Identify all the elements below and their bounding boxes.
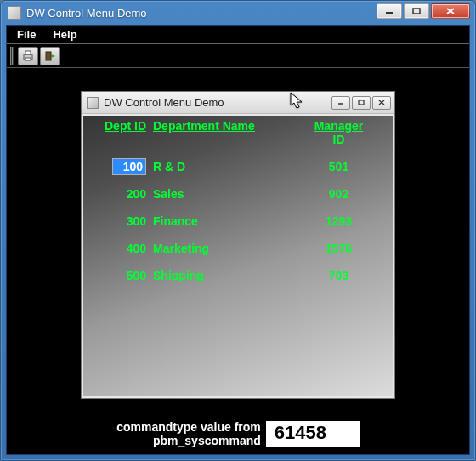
main-window: DW Control Menu Demo File Help DW Co	[0, 0, 476, 461]
datawindow-header: Dept ID Department Name Manager ID	[92, 119, 384, 146]
col-header-mgr-l2: ID	[333, 133, 345, 146]
svg-rect-1	[413, 9, 420, 14]
svg-marker-8	[51, 54, 55, 58]
child-window-title: DW Control Menu Demo	[104, 96, 332, 109]
col-header-mgr: Manager ID	[293, 119, 384, 146]
window-title: DW Control Menu Demo	[26, 7, 377, 20]
cell-name[interactable]: Sales	[153, 187, 293, 201]
client-area: File Help DW Control Menu Demo	[6, 25, 470, 455]
cell-mgr[interactable]: 703	[293, 269, 384, 282]
cell-name[interactable]: Marketing	[153, 242, 293, 255]
menu-help[interactable]: Help	[44, 26, 85, 43]
col-header-name: Department Name	[153, 119, 293, 146]
cell-dept[interactable]: 100	[92, 158, 153, 175]
svg-rect-5	[26, 51, 31, 54]
status-footer: commandtype value from pbm_syscommand 61…	[7, 420, 469, 447]
cell-name[interactable]: Finance	[153, 214, 293, 228]
cell-name[interactable]: R & D	[153, 160, 293, 174]
cell-dept[interactable]: 400	[92, 242, 153, 255]
col-header-mgr-l1: Manager	[314, 119, 364, 133]
datawindow[interactable]: Dept ID Department Name Manager ID 100R …	[83, 116, 393, 396]
child-close-button[interactable]	[372, 96, 391, 110]
child-minimize-button[interactable]	[332, 96, 350, 110]
footer-label-l1: commandtype value from	[116, 420, 261, 434]
titlebar[interactable]: DW Control Menu Demo	[1, 1, 475, 25]
cell-mgr[interactable]: 501	[293, 160, 384, 174]
cell-mgr[interactable]: 1293	[293, 214, 384, 228]
svg-rect-7	[46, 52, 51, 60]
datawindow-rows: 100R & D501200Sales902300Finance1293400M…	[92, 153, 384, 289]
child-window-controls	[332, 96, 391, 110]
toolbar-grip[interactable]	[10, 47, 14, 65]
footer-label: commandtype value from pbm_syscommand	[116, 420, 261, 447]
menubar: File Help	[7, 26, 469, 44]
toolbar	[7, 44, 469, 68]
table-row[interactable]: 100R & D501	[92, 153, 384, 180]
app-icon	[8, 6, 21, 20]
selected-cell[interactable]: 100	[112, 158, 146, 175]
print-icon	[22, 50, 34, 62]
window-controls	[377, 3, 470, 19]
cell-dept[interactable]: 200	[92, 187, 153, 201]
cell-mgr[interactable]: 902	[293, 187, 384, 201]
cell-name[interactable]: Shipping	[153, 269, 293, 282]
child-app-icon	[87, 97, 99, 109]
svg-rect-10	[359, 100, 364, 105]
child-titlebar[interactable]: DW Control Menu Demo	[82, 92, 394, 114]
minimize-button[interactable]	[377, 3, 402, 19]
table-row[interactable]: 400Marketing1576	[92, 235, 384, 262]
exit-icon	[44, 50, 56, 62]
table-row[interactable]: 200Sales902	[92, 180, 384, 208]
menu-file[interactable]: File	[8, 26, 44, 43]
print-button[interactable]	[18, 47, 38, 65]
footer-value: 61458	[266, 421, 360, 447]
child-window[interactable]: DW Control Menu Demo Dept ID Department …	[81, 91, 395, 399]
footer-label-l2: pbm_syscommand	[153, 434, 261, 447]
svg-rect-6	[26, 58, 31, 60]
cell-dept[interactable]: 500	[92, 269, 153, 282]
table-row[interactable]: 300Finance1293	[92, 208, 384, 235]
cell-mgr[interactable]: 1576	[293, 242, 384, 255]
close-button[interactable]	[431, 3, 470, 19]
col-header-dept: Dept ID	[92, 119, 153, 146]
child-maximize-button[interactable]	[352, 96, 371, 110]
table-row[interactable]: 500Shipping703	[92, 262, 384, 289]
maximize-button[interactable]	[404, 3, 429, 19]
exit-button[interactable]	[40, 47, 60, 65]
cell-dept[interactable]: 300	[92, 214, 153, 228]
